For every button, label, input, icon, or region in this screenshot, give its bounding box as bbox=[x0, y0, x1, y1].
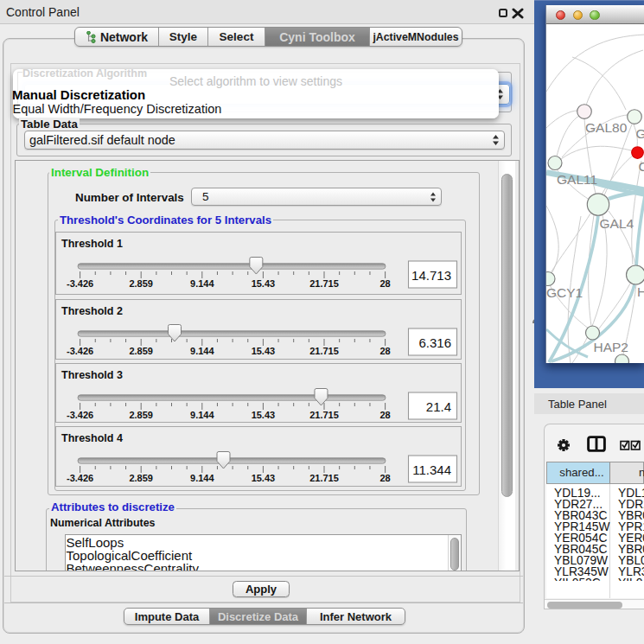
svg-text:-3.426: -3.426 bbox=[67, 410, 93, 420]
svg-text:21.4: 21.4 bbox=[426, 399, 451, 414]
svg-text:28: 28 bbox=[379, 410, 390, 420]
svg-text:21.715: 21.715 bbox=[309, 278, 339, 289]
svg-text:GAL80: GAL80 bbox=[585, 120, 628, 135]
svg-text:11.344: 11.344 bbox=[412, 462, 451, 477]
svg-text:9.144: 9.144 bbox=[190, 346, 214, 356]
svg-text:14.713: 14.713 bbox=[411, 268, 451, 283]
svg-text:21.715: 21.715 bbox=[309, 473, 339, 483]
svg-text:15.43: 15.43 bbox=[252, 410, 276, 420]
svg-text:-3.426: -3.426 bbox=[67, 346, 93, 356]
svg-text:28: 28 bbox=[379, 346, 390, 356]
svg-text:GAL11: GAL11 bbox=[557, 172, 597, 187]
svg-text:28: 28 bbox=[379, 278, 390, 289]
svg-text:15.43: 15.43 bbox=[252, 278, 276, 289]
svg-text:G.: G. bbox=[636, 126, 644, 141]
svg-text:15.43: 15.43 bbox=[252, 346, 276, 356]
svg-text:2.859: 2.859 bbox=[129, 278, 153, 289]
svg-text:2.859: 2.859 bbox=[129, 410, 153, 420]
svg-text:HAP2: HAP2 bbox=[594, 340, 629, 354]
svg-text:-3.426: -3.426 bbox=[67, 473, 93, 483]
svg-text:-3.426: -3.426 bbox=[67, 278, 93, 289]
svg-text:2.859: 2.859 bbox=[129, 473, 153, 483]
svg-text:9.144: 9.144 bbox=[190, 473, 214, 483]
svg-text:9.144: 9.144 bbox=[190, 410, 214, 420]
svg-text:15.43: 15.43 bbox=[252, 473, 276, 483]
svg-text:C: C bbox=[639, 159, 644, 174]
svg-text:H: H bbox=[637, 284, 644, 299]
svg-text:GCY1: GCY1 bbox=[546, 285, 583, 300]
svg-text:6.316: 6.316 bbox=[418, 335, 451, 349]
svg-text:GAL4: GAL4 bbox=[600, 216, 634, 231]
svg-text:9.144: 9.144 bbox=[190, 278, 214, 289]
svg-text:21.715: 21.715 bbox=[309, 346, 339, 356]
svg-text:2.859: 2.859 bbox=[129, 346, 153, 356]
svg-text:28: 28 bbox=[379, 473, 390, 483]
svg-text:21.715: 21.715 bbox=[309, 410, 339, 420]
